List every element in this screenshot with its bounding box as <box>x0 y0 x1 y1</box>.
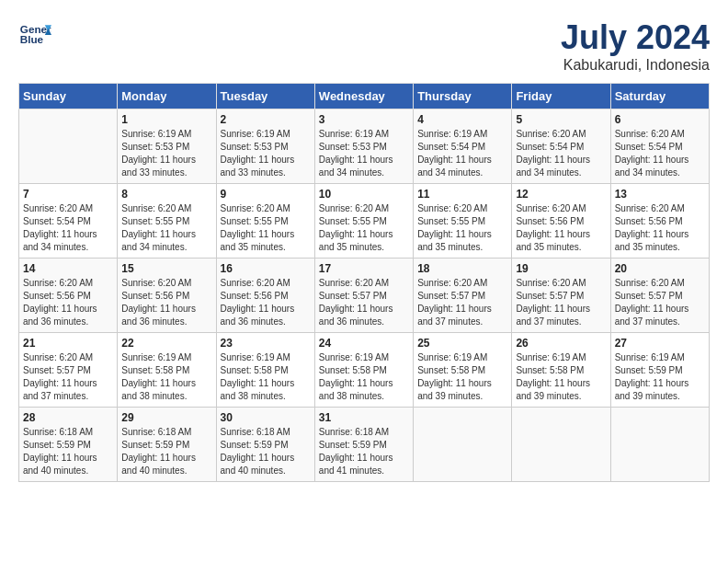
calendar-cell: 5Sunrise: 6:20 AM Sunset: 5:54 PM Daylig… <box>512 109 610 184</box>
calendar-cell: 26Sunrise: 6:19 AM Sunset: 5:58 PM Dayli… <box>512 333 610 408</box>
calendar-week-5: 28Sunrise: 6:18 AM Sunset: 5:59 PM Dayli… <box>19 408 710 482</box>
day-number: 16 <box>221 262 311 275</box>
header-saturday: Saturday <box>610 84 709 109</box>
day-number: 14 <box>23 262 113 275</box>
calendar-cell: 4Sunrise: 6:19 AM Sunset: 5:54 PM Daylig… <box>414 109 512 184</box>
month-title: July 2024 <box>561 18 710 57</box>
day-info: Sunrise: 6:19 AM Sunset: 5:58 PM Dayligh… <box>516 351 606 403</box>
day-info: Sunrise: 6:20 AM Sunset: 5:57 PM Dayligh… <box>417 277 507 328</box>
header-tuesday: Tuesday <box>216 84 314 109</box>
calendar-cell: 18Sunrise: 6:20 AM Sunset: 5:57 PM Dayli… <box>414 259 512 333</box>
day-info: Sunrise: 6:20 AM Sunset: 5:57 PM Dayligh… <box>516 277 606 328</box>
calendar-cell: 29Sunrise: 6:18 AM Sunset: 5:59 PM Dayli… <box>118 408 216 482</box>
calendar-cell <box>414 408 512 482</box>
calendar-cell: 6Sunrise: 6:20 AM Sunset: 5:54 PM Daylig… <box>610 109 709 184</box>
day-number: 24 <box>319 337 409 350</box>
day-number: 23 <box>221 337 311 350</box>
calendar-cell: 9Sunrise: 6:20 AM Sunset: 5:55 PM Daylig… <box>216 184 314 259</box>
day-info: Sunrise: 6:19 AM Sunset: 5:58 PM Dayligh… <box>121 351 211 403</box>
calendar-cell: 2Sunrise: 6:19 AM Sunset: 5:53 PM Daylig… <box>216 109 314 184</box>
calendar-header-row: SundayMondayTuesdayWednesdayThursdayFrid… <box>19 84 710 109</box>
day-info: Sunrise: 6:19 AM Sunset: 5:53 PM Dayligh… <box>221 128 311 179</box>
calendar-cell: 15Sunrise: 6:20 AM Sunset: 5:56 PM Dayli… <box>118 259 216 333</box>
calendar-cell: 10Sunrise: 6:20 AM Sunset: 5:55 PM Dayli… <box>314 184 413 259</box>
header-thursday: Thursday <box>414 84 512 109</box>
day-info: Sunrise: 6:18 AM Sunset: 5:59 PM Dayligh… <box>319 426 409 477</box>
calendar-cell: 8Sunrise: 6:20 AM Sunset: 5:55 PM Daylig… <box>118 184 216 259</box>
calendar-cell: 31Sunrise: 6:18 AM Sunset: 5:59 PM Dayli… <box>314 408 413 482</box>
day-number: 27 <box>615 337 705 350</box>
day-number: 1 <box>121 113 211 126</box>
calendar-cell: 30Sunrise: 6:18 AM Sunset: 5:59 PM Dayli… <box>216 408 314 482</box>
calendar-cell <box>512 408 610 482</box>
calendar-table: SundayMondayTuesdayWednesdayThursdayFrid… <box>18 83 710 482</box>
day-number: 17 <box>319 262 409 275</box>
day-info: Sunrise: 6:20 AM Sunset: 5:54 PM Dayligh… <box>23 202 113 254</box>
day-info: Sunrise: 6:20 AM Sunset: 5:54 PM Dayligh… <box>615 128 705 179</box>
logo: General Blue <box>18 18 51 52</box>
location-subtitle: Kabukarudi, Indonesia <box>561 57 710 74</box>
logo-icon: General Blue <box>18 18 51 52</box>
day-number: 5 <box>516 113 606 126</box>
day-info: Sunrise: 6:20 AM Sunset: 5:56 PM Dayligh… <box>221 277 311 328</box>
day-number: 6 <box>615 113 705 126</box>
calendar-cell: 21Sunrise: 6:20 AM Sunset: 5:57 PM Dayli… <box>19 333 118 408</box>
day-info: Sunrise: 6:19 AM Sunset: 5:58 PM Dayligh… <box>417 351 507 403</box>
day-info: Sunrise: 6:18 AM Sunset: 5:59 PM Dayligh… <box>121 426 211 477</box>
day-info: Sunrise: 6:18 AM Sunset: 5:59 PM Dayligh… <box>23 426 113 477</box>
day-info: Sunrise: 6:18 AM Sunset: 5:59 PM Dayligh… <box>221 426 311 477</box>
calendar-cell: 20Sunrise: 6:20 AM Sunset: 5:57 PM Dayli… <box>610 259 709 333</box>
header-sunday: Sunday <box>19 84 118 109</box>
calendar-cell: 25Sunrise: 6:19 AM Sunset: 5:58 PM Dayli… <box>414 333 512 408</box>
day-info: Sunrise: 6:20 AM Sunset: 5:57 PM Dayligh… <box>319 277 409 328</box>
day-info: Sunrise: 6:20 AM Sunset: 5:56 PM Dayligh… <box>615 202 705 254</box>
day-number: 15 <box>121 262 211 275</box>
calendar-cell <box>19 109 118 184</box>
day-info: Sunrise: 6:19 AM Sunset: 5:59 PM Dayligh… <box>615 351 705 403</box>
day-info: Sunrise: 6:20 AM Sunset: 5:56 PM Dayligh… <box>23 277 113 328</box>
day-number: 10 <box>319 188 409 201</box>
header-friday: Friday <box>512 84 610 109</box>
calendar-cell: 27Sunrise: 6:19 AM Sunset: 5:59 PM Dayli… <box>610 333 709 408</box>
title-area: July 2024 Kabukarudi, Indonesia <box>561 18 710 74</box>
day-info: Sunrise: 6:20 AM Sunset: 5:56 PM Dayligh… <box>121 277 211 328</box>
calendar-cell: 7Sunrise: 6:20 AM Sunset: 5:54 PM Daylig… <box>19 184 118 259</box>
calendar-cell: 16Sunrise: 6:20 AM Sunset: 5:56 PM Dayli… <box>216 259 314 333</box>
day-number: 11 <box>417 188 507 201</box>
day-number: 9 <box>221 188 311 201</box>
day-info: Sunrise: 6:20 AM Sunset: 5:54 PM Dayligh… <box>516 128 606 179</box>
calendar-cell: 19Sunrise: 6:20 AM Sunset: 5:57 PM Dayli… <box>512 259 610 333</box>
day-number: 7 <box>23 188 113 201</box>
day-info: Sunrise: 6:20 AM Sunset: 5:57 PM Dayligh… <box>23 351 113 403</box>
calendar-cell: 24Sunrise: 6:19 AM Sunset: 5:58 PM Dayli… <box>314 333 413 408</box>
day-number: 28 <box>23 411 113 424</box>
calendar-week-4: 21Sunrise: 6:20 AM Sunset: 5:57 PM Dayli… <box>19 333 710 408</box>
calendar-cell: 3Sunrise: 6:19 AM Sunset: 5:53 PM Daylig… <box>314 109 413 184</box>
day-info: Sunrise: 6:20 AM Sunset: 5:55 PM Dayligh… <box>121 202 211 254</box>
day-number: 31 <box>319 411 409 424</box>
day-number: 4 <box>417 113 507 126</box>
day-info: Sunrise: 6:19 AM Sunset: 5:53 PM Dayligh… <box>121 128 211 179</box>
svg-text:Blue: Blue <box>20 33 44 45</box>
day-number: 3 <box>319 113 409 126</box>
day-info: Sunrise: 6:20 AM Sunset: 5:55 PM Dayligh… <box>221 202 311 254</box>
calendar-cell: 13Sunrise: 6:20 AM Sunset: 5:56 PM Dayli… <box>610 184 709 259</box>
calendar-cell: 14Sunrise: 6:20 AM Sunset: 5:56 PM Dayli… <box>19 259 118 333</box>
day-number: 12 <box>516 188 606 201</box>
day-number: 22 <box>121 337 211 350</box>
day-number: 2 <box>221 113 311 126</box>
day-info: Sunrise: 6:20 AM Sunset: 5:55 PM Dayligh… <box>417 202 507 254</box>
day-number: 21 <box>23 337 113 350</box>
day-number: 18 <box>417 262 507 275</box>
header-monday: Monday <box>118 84 216 109</box>
day-info: Sunrise: 6:19 AM Sunset: 5:53 PM Dayligh… <box>319 128 409 179</box>
day-number: 29 <box>121 411 211 424</box>
day-number: 19 <box>516 262 606 275</box>
day-info: Sunrise: 6:20 AM Sunset: 5:57 PM Dayligh… <box>615 277 705 328</box>
day-number: 20 <box>615 262 705 275</box>
day-number: 25 <box>417 337 507 350</box>
day-info: Sunrise: 6:20 AM Sunset: 5:55 PM Dayligh… <box>319 202 409 254</box>
day-info: Sunrise: 6:19 AM Sunset: 5:58 PM Dayligh… <box>319 351 409 403</box>
calendar-cell: 12Sunrise: 6:20 AM Sunset: 5:56 PM Dayli… <box>512 184 610 259</box>
calendar-cell: 28Sunrise: 6:18 AM Sunset: 5:59 PM Dayli… <box>19 408 118 482</box>
